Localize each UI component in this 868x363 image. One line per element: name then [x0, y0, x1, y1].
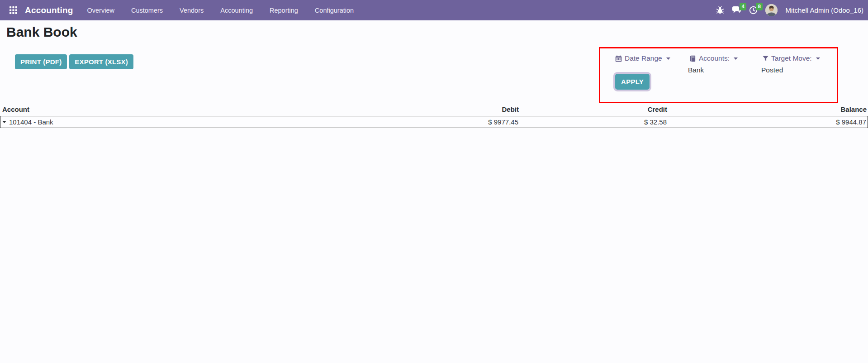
row-account-name: 101404 - Bank	[9, 118, 53, 126]
filter-date-range: Date Range	[614, 54, 670, 62]
nav-item-reporting[interactable]: Reporting	[270, 7, 298, 14]
export-xlsx-button[interactable]: EXPORT (XLSX)	[69, 54, 133, 69]
header-balance: Balance	[669, 105, 868, 113]
book-icon	[689, 55, 696, 62]
row-balance: $ 9944.87	[668, 118, 868, 126]
top-navbar: Accounting Overview Customers Vendors Ac…	[0, 0, 868, 20]
main-menu: Overview Customers Vendors Accounting Re…	[87, 7, 354, 14]
nav-item-customers[interactable]: Customers	[131, 7, 163, 14]
caret-down-icon	[734, 57, 738, 60]
current-app-name[interactable]: Accounting	[25, 5, 73, 15]
expand-caret-icon[interactable]	[2, 121, 6, 123]
user-menu[interactable]: Mitchell Admin (Odoo_16)	[785, 6, 863, 14]
filter-target-move: Target Move: Posted	[761, 54, 820, 74]
table-header-row: Account Debit Credit Balance	[0, 105, 868, 114]
filter-accounts: Accounts: Bank	[688, 54, 738, 74]
header-debit: Debit	[317, 105, 520, 113]
nav-item-accounting[interactable]: Accounting	[220, 7, 253, 14]
page-title: Bank Book	[6, 24, 77, 40]
user-avatar[interactable]	[765, 4, 778, 16]
nav-item-configuration[interactable]: Configuration	[315, 7, 354, 14]
date-range-label: Date Range	[625, 54, 662, 62]
table-row-bank-account[interactable]: 101404 - Bank $ 9977.45 $ 32.58 $ 9944.8…	[0, 116, 868, 128]
header-credit: Credit	[520, 105, 669, 113]
date-range-dropdown[interactable]: Date Range	[614, 54, 670, 62]
activities-clock-icon[interactable]: 8	[749, 6, 758, 14]
nav-item-overview[interactable]: Overview	[87, 7, 114, 14]
accounts-label: Accounts:	[699, 54, 730, 62]
target-move-dropdown[interactable]: Target Move:	[761, 54, 820, 62]
bug-icon[interactable]	[716, 6, 724, 14]
nav-item-vendors[interactable]: Vendors	[180, 7, 204, 14]
accounts-selected-value: Bank	[688, 66, 738, 74]
print-pdf-button[interactable]: PRINT (PDF)	[15, 54, 67, 69]
apps-grid-icon[interactable]	[9, 6, 17, 14]
caret-down-icon	[666, 57, 670, 60]
row-credit: $ 32.58	[520, 118, 668, 126]
row-debit: $ 9977.45	[316, 118, 520, 126]
calendar-icon	[615, 55, 622, 62]
caret-down-icon	[816, 57, 820, 60]
highlight-box-filters: Date Range Accounts: Bank	[599, 47, 838, 103]
messages-badge: 4	[740, 3, 746, 10]
report-actions: PRINT (PDF) EXPORT (XLSX)	[15, 54, 133, 69]
target-move-selected-value: Posted	[761, 66, 820, 74]
target-move-label: Target Move:	[771, 54, 812, 62]
header-account: Account	[0, 105, 317, 113]
apply-button[interactable]: APPLY	[615, 74, 650, 90]
messages-icon[interactable]: 4	[732, 6, 741, 14]
bank-book-table: Account Debit Credit Balance 101404 - Ba…	[0, 105, 868, 128]
funnel-icon	[763, 56, 768, 62]
accounts-dropdown[interactable]: Accounts:	[688, 54, 738, 62]
activities-badge: 8	[756, 3, 763, 10]
